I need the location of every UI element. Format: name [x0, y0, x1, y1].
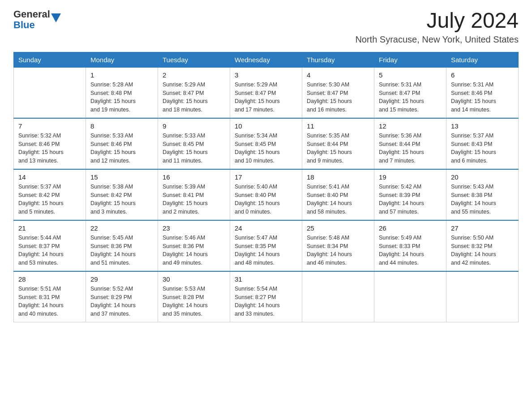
logo: General Blue [13, 9, 61, 30]
month-year-title: July 2024 [355, 9, 519, 33]
day-number: 1 [90, 71, 153, 79]
day-number: 15 [90, 173, 153, 181]
day-sun-info: Sunrise: 5:32 AM Sunset: 8:46 PM Dayligh… [18, 132, 81, 165]
day-number: 17 [235, 173, 297, 181]
day-number: 7 [18, 122, 81, 130]
day-number: 21 [18, 224, 81, 232]
day-number: 22 [90, 224, 153, 232]
day-sun-info: Sunrise: 5:29 AM Sunset: 8:47 PM Dayligh… [235, 81, 297, 114]
calendar-cell: 30Sunrise: 5:53 AM Sunset: 8:28 PM Dayli… [158, 271, 230, 322]
day-number: 23 [163, 224, 225, 232]
calendar-table: SundayMondayTuesdayWednesdayThursdayFrid… [13, 52, 519, 322]
calendar-cell: 9Sunrise: 5:33 AM Sunset: 8:45 PM Daylig… [158, 118, 230, 169]
logo-triangle-icon [51, 13, 61, 23]
day-sun-info: Sunrise: 5:38 AM Sunset: 8:42 PM Dayligh… [90, 183, 153, 216]
calendar-cell: 22Sunrise: 5:45 AM Sunset: 8:36 PM Dayli… [86, 220, 158, 271]
day-sun-info: Sunrise: 5:37 AM Sunset: 8:42 PM Dayligh… [18, 183, 81, 216]
day-sun-info: Sunrise: 5:44 AM Sunset: 8:37 PM Dayligh… [18, 234, 81, 267]
day-number: 31 [235, 275, 297, 283]
calendar-week-row: 21Sunrise: 5:44 AM Sunset: 8:37 PM Dayli… [14, 220, 519, 271]
day-number: 30 [163, 275, 225, 283]
day-sun-info: Sunrise: 5:41 AM Sunset: 8:40 PM Dayligh… [307, 183, 369, 216]
day-number: 10 [235, 122, 297, 130]
day-sun-info: Sunrise: 5:43 AM Sunset: 8:38 PM Dayligh… [451, 183, 514, 216]
calendar-cell: 28Sunrise: 5:51 AM Sunset: 8:31 PM Dayli… [14, 271, 86, 322]
day-of-week-header: Monday [86, 52, 158, 67]
day-of-week-header: Wednesday [230, 52, 302, 67]
day-number: 6 [451, 71, 514, 79]
day-sun-info: Sunrise: 5:33 AM Sunset: 8:46 PM Dayligh… [90, 132, 153, 165]
day-sun-info: Sunrise: 5:54 AM Sunset: 8:27 PM Dayligh… [235, 285, 297, 318]
page-header: General Blue July 2024 North Syracuse, N… [13, 9, 519, 45]
calendar-cell: 1Sunrise: 5:28 AM Sunset: 8:48 PM Daylig… [86, 67, 158, 118]
logo-general-text: General [13, 9, 50, 20]
day-number: 28 [18, 275, 81, 283]
day-of-week-header: Friday [374, 52, 446, 67]
day-sun-info: Sunrise: 5:50 AM Sunset: 8:32 PM Dayligh… [451, 234, 514, 267]
day-sun-info: Sunrise: 5:47 AM Sunset: 8:35 PM Dayligh… [235, 234, 297, 267]
day-sun-info: Sunrise: 5:51 AM Sunset: 8:31 PM Dayligh… [18, 285, 81, 318]
calendar-cell: 13Sunrise: 5:37 AM Sunset: 8:43 PM Dayli… [446, 118, 519, 169]
day-number: 8 [90, 122, 153, 130]
calendar-cell: 26Sunrise: 5:49 AM Sunset: 8:33 PM Dayli… [374, 220, 446, 271]
day-sun-info: Sunrise: 5:29 AM Sunset: 8:47 PM Dayligh… [163, 81, 225, 114]
day-sun-info: Sunrise: 5:39 AM Sunset: 8:41 PM Dayligh… [163, 183, 225, 216]
day-sun-info: Sunrise: 5:30 AM Sunset: 8:47 PM Dayligh… [307, 81, 369, 114]
day-sun-info: Sunrise: 5:42 AM Sunset: 8:39 PM Dayligh… [379, 183, 442, 216]
svg-marker-0 [51, 13, 61, 22]
day-number: 5 [379, 71, 442, 79]
calendar-cell: 20Sunrise: 5:43 AM Sunset: 8:38 PM Dayli… [446, 169, 519, 220]
day-sun-info: Sunrise: 5:28 AM Sunset: 8:48 PM Dayligh… [90, 81, 153, 114]
calendar-cell: 10Sunrise: 5:34 AM Sunset: 8:45 PM Dayli… [230, 118, 302, 169]
location-subtitle: North Syracuse, New York, United States [355, 34, 519, 45]
day-of-week-header: Thursday [302, 52, 374, 67]
day-number: 27 [451, 224, 514, 232]
calendar-cell: 21Sunrise: 5:44 AM Sunset: 8:37 PM Dayli… [14, 220, 86, 271]
day-sun-info: Sunrise: 5:31 AM Sunset: 8:47 PM Dayligh… [379, 81, 442, 114]
day-number: 9 [163, 122, 225, 130]
calendar-cell: 4Sunrise: 5:30 AM Sunset: 8:47 PM Daylig… [302, 67, 374, 118]
day-sun-info: Sunrise: 5:46 AM Sunset: 8:36 PM Dayligh… [163, 234, 225, 267]
calendar-cell: 2Sunrise: 5:29 AM Sunset: 8:47 PM Daylig… [158, 67, 230, 118]
calendar-cell: 12Sunrise: 5:36 AM Sunset: 8:44 PM Dayli… [374, 118, 446, 169]
calendar-cell: 6Sunrise: 5:31 AM Sunset: 8:46 PM Daylig… [446, 67, 519, 118]
day-number: 11 [307, 122, 369, 130]
day-sun-info: Sunrise: 5:45 AM Sunset: 8:36 PM Dayligh… [90, 234, 153, 267]
logo-blue-text: Blue [13, 20, 50, 30]
day-number: 3 [235, 71, 297, 79]
day-number: 4 [307, 71, 369, 79]
day-number: 16 [163, 173, 225, 181]
day-sun-info: Sunrise: 5:52 AM Sunset: 8:29 PM Dayligh… [90, 285, 153, 318]
calendar-cell: 3Sunrise: 5:29 AM Sunset: 8:47 PM Daylig… [230, 67, 302, 118]
calendar-cell: 17Sunrise: 5:40 AM Sunset: 8:40 PM Dayli… [230, 169, 302, 220]
title-block: July 2024 North Syracuse, New York, Unit… [355, 9, 519, 45]
calendar-cell: 29Sunrise: 5:52 AM Sunset: 8:29 PM Dayli… [86, 271, 158, 322]
day-number: 25 [307, 224, 369, 232]
day-sun-info: Sunrise: 5:31 AM Sunset: 8:46 PM Dayligh… [451, 81, 514, 114]
day-number: 20 [451, 173, 514, 181]
day-of-week-header: Saturday [446, 52, 519, 67]
calendar-week-row: 1Sunrise: 5:28 AM Sunset: 8:48 PM Daylig… [14, 67, 519, 118]
calendar-cell: 25Sunrise: 5:48 AM Sunset: 8:34 PM Dayli… [302, 220, 374, 271]
day-sun-info: Sunrise: 5:37 AM Sunset: 8:43 PM Dayligh… [451, 132, 514, 165]
calendar-week-row: 14Sunrise: 5:37 AM Sunset: 8:42 PM Dayli… [14, 169, 519, 220]
day-number: 13 [451, 122, 514, 130]
calendar-cell: 31Sunrise: 5:54 AM Sunset: 8:27 PM Dayli… [230, 271, 302, 322]
day-sun-info: Sunrise: 5:48 AM Sunset: 8:34 PM Dayligh… [307, 234, 369, 267]
calendar-cell [14, 67, 86, 118]
calendar-cell: 11Sunrise: 5:35 AM Sunset: 8:44 PM Dayli… [302, 118, 374, 169]
calendar-cell [446, 271, 519, 322]
day-sun-info: Sunrise: 5:36 AM Sunset: 8:44 PM Dayligh… [379, 132, 442, 165]
day-number: 18 [307, 173, 369, 181]
day-sun-info: Sunrise: 5:53 AM Sunset: 8:28 PM Dayligh… [163, 285, 225, 318]
day-number: 12 [379, 122, 442, 130]
calendar-cell: 16Sunrise: 5:39 AM Sunset: 8:41 PM Dayli… [158, 169, 230, 220]
calendar-cell: 7Sunrise: 5:32 AM Sunset: 8:46 PM Daylig… [14, 118, 86, 169]
calendar-cell: 23Sunrise: 5:46 AM Sunset: 8:36 PM Dayli… [158, 220, 230, 271]
day-sun-info: Sunrise: 5:40 AM Sunset: 8:40 PM Dayligh… [235, 183, 297, 216]
day-sun-info: Sunrise: 5:34 AM Sunset: 8:45 PM Dayligh… [235, 132, 297, 165]
day-number: 24 [235, 224, 297, 232]
calendar-cell: 15Sunrise: 5:38 AM Sunset: 8:42 PM Dayli… [86, 169, 158, 220]
calendar-header-row: SundayMondayTuesdayWednesdayThursdayFrid… [14, 52, 519, 67]
day-number: 14 [18, 173, 81, 181]
